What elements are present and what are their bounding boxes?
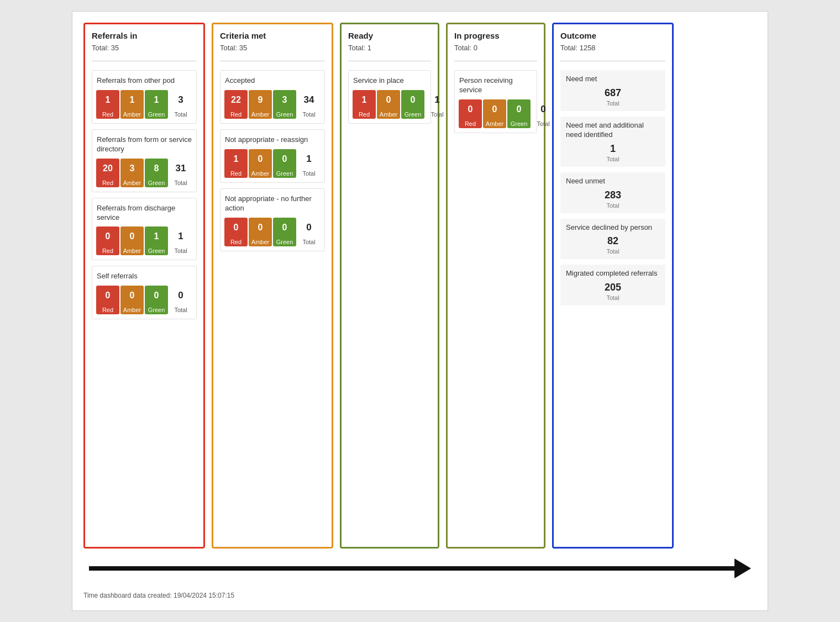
self-referrals-rag-row: 0 Red 0 Amber 0 Green 0 Total — [97, 286, 192, 314]
divider — [560, 61, 665, 61]
rag-green-cell: 0 Green — [402, 90, 424, 119]
rag-red-cell: 0 Red — [459, 99, 481, 128]
person-receiving-service-title: Person receiving service — [459, 76, 532, 95]
rag-green-value: 1 — [145, 226, 168, 246]
rag-total-value: 34 — [297, 90, 321, 110]
in-progress-panel: In progress Total: 0 Person receiving se… — [446, 23, 545, 549]
rag-green-cell: 8 Green — [145, 159, 167, 187]
rag-green-cell: 0 Green — [508, 99, 530, 128]
outcome-item-need-met: Need met 687 Total — [560, 70, 665, 111]
footer-text: Time dashboard data created: 19/04/2024 … — [83, 592, 234, 599]
rag-amber-value: 0 — [249, 218, 272, 238]
from-form-service-rag-row: 20 Red 3 Amber 8 Green 31 Total — [97, 159, 192, 187]
rag-red-cell: 22 Red — [225, 90, 247, 119]
rag-total-cell: 31 Total — [170, 159, 192, 187]
rag-amber-value: 3 — [120, 159, 144, 178]
rag-total-value: 0 — [532, 99, 555, 119]
rag-green-label: Green — [145, 246, 168, 255]
divider — [454, 61, 537, 61]
rag-green-label: Green — [273, 238, 296, 246]
accepted-title: Accepted — [225, 76, 320, 86]
rag-total-label: Total — [532, 119, 555, 128]
outcome-item-service-declined: Service declined by person 82 Total — [560, 219, 665, 260]
ready-panel: Ready Total: 1 Service in place 1 Red 0 … — [340, 23, 439, 549]
rag-total-cell: 34 Total — [298, 90, 320, 119]
rag-total-cell: 0 Total — [532, 99, 554, 128]
rag-total-label: Total — [169, 246, 192, 255]
rag-total-value: 1 — [297, 149, 321, 169]
outcome-migrated-title: Migrated completed referrals — [566, 269, 660, 278]
arrow-head — [734, 558, 751, 578]
rag-green-label: Green — [273, 110, 296, 119]
sub-card-self-referrals: Self referrals 0 Red 0 Amber 0 Green — [92, 266, 197, 319]
self-referrals-title: Self referrals — [97, 272, 192, 281]
rag-green-value: 1 — [145, 90, 168, 110]
rag-amber-cell: 0 Amber — [121, 286, 143, 314]
divider — [92, 61, 197, 61]
rag-red-cell: 0 Red — [225, 218, 247, 246]
sub-card-accepted: Accepted 22 Red 9 Amber 3 Green — [220, 70, 325, 124]
rag-amber-cell: 0 Amber — [484, 99, 506, 128]
in-progress-subtitle: Total: 0 — [454, 44, 537, 52]
rag-amber-label: Amber — [377, 110, 400, 119]
rag-red-label: Red — [96, 178, 119, 187]
outcome-need-met-value: 687 — [566, 87, 660, 99]
rag-amber-label: Amber — [249, 110, 272, 119]
outcome-need-unmet-title: Need unmet — [566, 177, 660, 186]
rag-amber-cell: 9 Amber — [249, 90, 271, 119]
rag-green-value: 0 — [273, 149, 296, 169]
rag-amber-label: Amber — [120, 246, 144, 255]
rag-total-label: Total — [297, 110, 321, 119]
rag-green-label: Green — [145, 110, 168, 119]
from-form-service-title: Referrals from form or service directory — [97, 135, 192, 154]
referrals-in-subtitle: Total: 35 — [92, 44, 197, 52]
rag-amber-cell: 1 Amber — [121, 90, 143, 119]
rag-red-value: 0 — [96, 286, 119, 305]
page-wrapper: Referrals in Total: 35 Referrals from ot… — [72, 11, 768, 611]
rag-red-value: 0 — [96, 226, 119, 246]
rag-amber-label: Amber — [483, 119, 506, 128]
rag-amber-value: 0 — [249, 149, 272, 169]
rag-red-cell: 0 Red — [97, 226, 119, 255]
sub-card-service-in-place: Service in place 1 Red 0 Amber 0 Green — [348, 70, 431, 124]
rag-red-label: Red — [224, 110, 248, 119]
rag-amber-label: Amber — [249, 238, 272, 246]
rag-total-cell: 1 Total — [170, 226, 192, 255]
rag-amber-value: 9 — [249, 90, 272, 110]
outcome-need-met-additional-title: Need met and additional need identified — [566, 121, 660, 140]
from-discharge-rag-row: 0 Red 0 Amber 1 Green 1 Total — [97, 226, 192, 255]
sub-card-person-receiving-service: Person receiving service 0 Red 0 Amber 0… — [454, 70, 537, 133]
rag-red-value: 1 — [96, 90, 119, 110]
rag-green-cell: 0 Green — [274, 218, 296, 246]
rag-amber-cell: 0 Amber — [121, 226, 143, 255]
sub-card-not-appropriate-reassign: Not appropriate - reassign 1 Red 0 Amber… — [220, 129, 325, 183]
rag-green-cell: 1 Green — [145, 90, 167, 119]
person-receiving-service-rag-row: 0 Red 0 Amber 0 Green 0 Total — [459, 99, 532, 128]
rag-red-cell: 0 Red — [97, 286, 119, 314]
rag-total-value: 31 — [169, 159, 192, 178]
outcome-migrated-value: 205 — [566, 282, 660, 293]
rag-amber-value: 0 — [377, 90, 400, 110]
rag-red-value: 0 — [224, 218, 248, 238]
rag-red-label: Red — [353, 110, 376, 119]
rag-red-value: 1 — [353, 90, 376, 110]
outcome-item-migrated: Migrated completed referrals 205 Total — [560, 265, 665, 305]
rag-green-value: 0 — [273, 218, 296, 238]
accepted-rag-row: 22 Red 9 Amber 3 Green 34 Total — [225, 90, 320, 119]
rag-total-label: Total — [169, 178, 192, 187]
rag-green-value: 0 — [401, 90, 424, 110]
outcome-service-declined-title: Service declined by person — [566, 223, 660, 233]
rag-amber-cell: 0 Amber — [249, 149, 271, 178]
rag-total-value: 3 — [169, 90, 192, 110]
outcome-item-need-unmet: Need unmet 283 Total — [560, 172, 665, 213]
sub-card-from-form-service: Referrals from form or service directory… — [92, 129, 197, 192]
rag-green-cell: 1 Green — [145, 226, 167, 255]
rag-amber-label: Amber — [249, 169, 272, 178]
rag-red-label: Red — [224, 238, 248, 246]
rag-total-label: Total — [297, 169, 321, 178]
rag-amber-value: 1 — [120, 90, 144, 110]
sub-card-from-discharge: Referrals from discharge service 0 Red 0… — [92, 198, 197, 261]
rag-amber-cell: 0 Amber — [249, 218, 271, 246]
rag-green-label: Green — [145, 305, 168, 314]
not-appropriate-reassign-title: Not appropriate - reassign — [225, 135, 320, 145]
